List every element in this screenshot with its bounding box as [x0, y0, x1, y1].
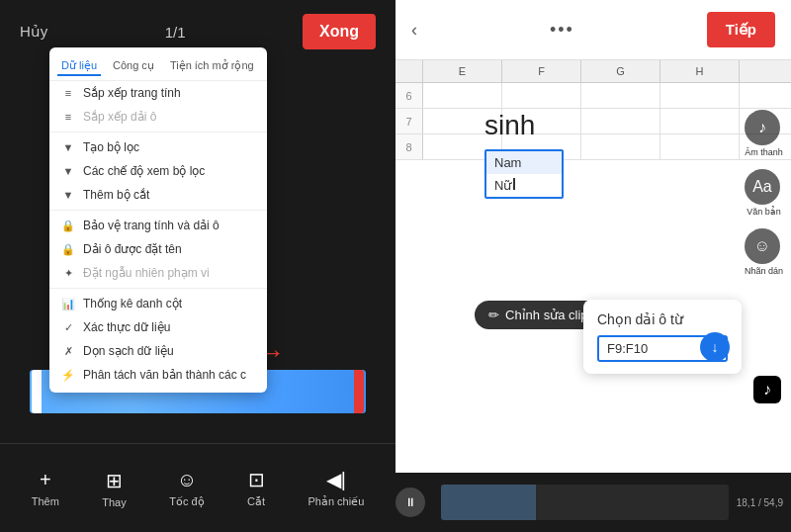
named-ranges-icon: 🔒 — [61, 242, 75, 256]
sticker-button[interactable]: ☺ — [745, 228, 780, 264]
random-icon: ✦ — [61, 266, 75, 280]
text-icon: Aa — [752, 178, 772, 196]
timeline-handle-left[interactable] — [32, 370, 42, 413]
right-icons: ♪ Âm thanh Aa Văn bản ☺ Nhãn dán — [745, 110, 783, 276]
icon-audio[interactable]: ♪ Âm thanh — [745, 110, 783, 157]
cancel-button[interactable]: Hủy — [20, 23, 47, 41]
divider-3 — [49, 288, 267, 289]
download-button[interactable]: ↓ — [700, 332, 730, 362]
menu-item-randomize[interactable]: ✦ Đặt ngẫu nhiên phạm vi — [49, 261, 267, 285]
tab-tools[interactable]: Công cụ — [109, 57, 158, 76]
tab-data[interactable]: Dữ liệu — [57, 57, 101, 76]
back-button[interactable]: ‹ — [411, 20, 417, 41]
dropdown-menu: Dữ liệu Công cụ Tiện ích mở rộng ≡ Sắp x… — [49, 47, 267, 393]
sheet-header: E F G H — [396, 60, 791, 83]
col-g-header: G — [581, 60, 660, 82]
tiktok-icon: ♪ — [763, 381, 771, 399]
tab-extensions[interactable]: Tiện ích mở rộng — [166, 57, 258, 76]
menu-item-named-ranges[interactable]: 🔒 Dải ô được đặt tên — [49, 237, 267, 261]
replace-icon: ⊞ — [106, 469, 123, 492]
toolbar-item-speed[interactable]: ☺ Tốc độ — [169, 469, 204, 508]
done-button[interactable]: Xong — [303, 14, 376, 49]
toolbar-item-cut[interactable]: ⊡ Cắt — [247, 468, 265, 508]
table-row: 6 — [396, 83, 791, 109]
menu-item-validation[interactable]: ✓ Xác thực dữ liệu — [49, 315, 267, 339]
toolbar-item-mirror[interactable]: ◀| Phản chiếu — [308, 468, 364, 508]
audio-button[interactable]: ♪ — [745, 110, 780, 145]
chon-title: Chọn dải ô từ — [597, 311, 728, 327]
mirror-label: Phản chiếu — [308, 495, 364, 508]
text-button[interactable]: Aa — [745, 169, 780, 205]
sticker-label: Nhãn dán — [745, 266, 783, 276]
mirror-icon: ◀| — [326, 468, 346, 491]
left-panel: Hủy 1/1 Xong Dữ liệu Công cụ Tiện ích mở… — [0, 0, 396, 532]
timeline-handle-right[interactable] — [354, 370, 364, 413]
validation-icon: ✓ — [61, 320, 75, 334]
menu-item-cleanup[interactable]: ✗ Dọn sạch dữ liệu — [49, 339, 267, 363]
timeline-track[interactable] — [441, 485, 729, 520]
toolbar-item-add[interactable]: + Thêm — [32, 469, 59, 507]
menu-item-filter-views[interactable]: ▼ Các chế độ xem bộ lọc — [49, 159, 267, 183]
speed-label: Tốc độ — [169, 495, 204, 508]
chon-popup: Chọn dải ô từ ↓ — [583, 300, 742, 374]
icon-sticker[interactable]: ☺ Nhãn dán — [745, 228, 783, 276]
icon-text[interactable]: Aa Văn bản — [745, 169, 783, 217]
menu-item-add-slicer[interactable]: ▼ Thêm bộ cắt — [49, 183, 267, 207]
menu-item-stats[interactable]: 📊 Thống kê danh cột — [49, 292, 267, 315]
cleanup-icon: ✗ — [61, 344, 75, 358]
tiktok-logo: ♪ — [753, 376, 781, 403]
col-e-header: E — [423, 60, 502, 82]
slicer-icon: ▼ — [61, 188, 75, 202]
right-top-bar: ‹ ••• Tiếp — [396, 0, 791, 60]
menu-item-sort-range[interactable]: ≡ Sắp xếp dải ô — [49, 105, 267, 129]
col-h-header: H — [660, 60, 740, 82]
page-indicator: 1/1 — [165, 24, 186, 41]
timeline-time: 18,1 / 54,9 — [737, 497, 783, 508]
right-panel: ‹ ••• Tiếp E F G H 6 7 — [396, 0, 791, 532]
table-row: 7 — [396, 109, 791, 134]
sort-range-icon: ≡ — [61, 110, 75, 124]
pause-button[interactable]: ⏸ — [396, 488, 425, 517]
menu-item-create-filter[interactable]: ▼ Tạo bộ lọc — [49, 135, 267, 159]
sort-icon: ≡ — [61, 86, 75, 100]
nam-nu-dropdown[interactable]: Nam Nữ — [484, 149, 564, 199]
timeline-progress — [441, 485, 536, 520]
more-options-button[interactable]: ••• — [550, 20, 574, 41]
download-icon: ↓ — [712, 339, 719, 355]
bottom-toolbar: + Thêm ⊞ Thay ☺ Tốc độ ⊡ Cắt ◀| Phản chi… — [0, 443, 396, 532]
replace-label: Thay — [102, 496, 126, 508]
menu-item-split-text[interactable]: ⚡ Phân tách văn bản thành các c — [49, 363, 267, 387]
table-row: 8 — [396, 134, 791, 160]
toolbar-item-replace[interactable]: ⊞ Thay — [102, 469, 126, 508]
split-icon: ⚡ — [61, 368, 75, 382]
edit-clip-btn-label: Chỉnh sửa clip — [505, 308, 588, 322]
stats-icon: 📊 — [61, 297, 75, 310]
pause-icon: ⏸ — [404, 495, 416, 509]
text-label: Văn bản — [745, 207, 783, 217]
row-num-header — [396, 60, 423, 82]
cut-label: Cắt — [247, 495, 265, 508]
edit-pencil-icon: ✏ — [488, 308, 499, 322]
filter-icon: ▼ — [61, 140, 75, 154]
cut-icon: ⊡ — [248, 468, 265, 491]
audio-label: Âm thanh — [745, 147, 783, 157]
sinh-text: sinh — [484, 110, 535, 141]
option-nu[interactable]: Nữ — [486, 174, 562, 197]
sheet-rows: 6 7 8 — [396, 83, 791, 160]
menu-item-sort-sheet[interactable]: ≡ Sắp xếp trang tính — [49, 81, 267, 105]
next-button[interactable]: Tiếp — [707, 12, 775, 47]
option-nam[interactable]: Nam — [486, 151, 562, 174]
spreadsheet-area: E F G H 6 7 8 — [396, 60, 791, 473]
add-label: Thêm — [32, 495, 59, 507]
menu-item-protect[interactable]: 🔒 Bảo vệ trang tính và dải ô — [49, 214, 267, 237]
dropdown-tabs: Dữ liệu Công cụ Tiện ích mở rộng — [49, 53, 267, 81]
divider-1 — [49, 132, 267, 133]
cursor — [513, 178, 521, 190]
lock-icon: 🔒 — [61, 219, 75, 232]
add-icon: + — [40, 469, 51, 491]
bottom-timeline: ⏸ 18,1 / 54,9 — [396, 473, 791, 532]
music-icon: ♪ — [758, 119, 766, 136]
filter-views-icon: ▼ — [61, 164, 75, 178]
speed-icon: ☺ — [177, 469, 197, 491]
sticker-icon: ☺ — [754, 237, 770, 255]
